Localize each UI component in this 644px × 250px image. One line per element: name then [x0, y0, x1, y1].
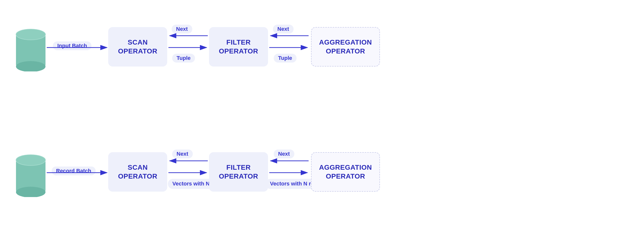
- arrow-db-scan-row2: [47, 170, 111, 175]
- next-label-1-row2: Next: [172, 150, 193, 158]
- tuple-label-1-row1: Tuple: [172, 54, 195, 63]
- scan-operator-box-row1: SCANOPERATOR: [108, 27, 167, 66]
- diagram-container: Input Batch SCANOPERATOR Next: [0, 0, 644, 250]
- arrow-next2-row1: [269, 33, 310, 38]
- arrow-db-scan-row1: [47, 45, 111, 50]
- svg-point-16: [16, 187, 46, 197]
- agg-operator-box-row1: AGGREGATIONOPERATOR: [311, 27, 380, 66]
- db-cylinder-row2: [15, 150, 47, 197]
- svg-point-2: [16, 61, 46, 71]
- arrow-tuple2-row1: [269, 45, 310, 50]
- filter-operator-box-row2: FILTEROPERATOR: [209, 152, 268, 192]
- next-label-1-row1: Next: [172, 25, 192, 34]
- next-label-2-row1: Next: [273, 25, 294, 34]
- arrow-vectors2-row2: [269, 170, 310, 175]
- arrow-next1-row2: [168, 158, 209, 163]
- scan-operator-box-row2: SCANOPERATOR: [108, 152, 167, 192]
- filter-operator-box-row1: FILTEROPERATOR: [209, 27, 268, 66]
- agg-operator-box-row2: AGGREGATIONOPERATOR: [311, 152, 380, 192]
- arrow-tuple1-row1: [168, 45, 209, 50]
- arrow-vectors1-row2: [168, 170, 209, 175]
- next-label-2-row2: Next: [274, 150, 294, 158]
- db-cylinder-row1: [15, 25, 47, 71]
- arrow-next2-row2: [269, 158, 310, 163]
- arrow-next1-row1: [168, 33, 209, 38]
- tuple-label-2-row1: Tuple: [274, 54, 296, 63]
